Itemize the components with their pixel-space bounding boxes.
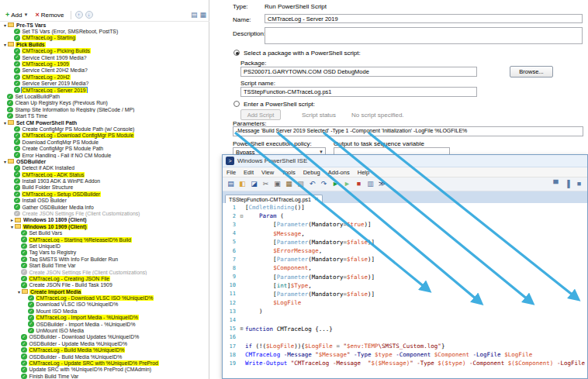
tree-step[interactable]: ✓Download ConfigMgr PS Module [0, 139, 209, 145]
tree-group[interactable]: ▾OSDBuilder [0, 158, 209, 164]
expand-group-icon[interactable]: ▸ [9, 217, 15, 222]
select-package-radio[interactable] [233, 50, 240, 56]
tree-step[interactable]: ✓Mount ISO Media [0, 308, 209, 314]
script-pane-max-icon[interactable]: ■ [574, 179, 584, 189]
copy-icon[interactable]: ▣ [272, 179, 282, 189]
tree-step[interactable]: ✓OSDBuilder - Build Media %UniqueID% [0, 353, 209, 360]
collapse-group-icon[interactable]: ▾ [9, 224, 15, 229]
tree-step[interactable]: ✓CMTraceLog - Creating JSON File [0, 275, 209, 281]
tree-step[interactable]: ✓CMTraceLog - Import Media - %UniqueID% [0, 315, 209, 321]
tree-step[interactable]: ✓CMTraceLog - Server 2019 [0, 87, 209, 93]
tree-step[interactable]: ✓Set UniqueID [0, 243, 209, 249]
tree-step[interactable]: ✓Install OSD Builder [0, 198, 209, 204]
collapse-tree-icon[interactable]: ▦ [199, 11, 206, 19]
tree-group[interactable]: ▾Pre-TS Vars [0, 22, 209, 28]
enter-script-radio[interactable] [233, 101, 240, 107]
package-input[interactable]: PS200071.GARYTOWN.COM OSD DebugMode [240, 67, 477, 77]
collapse-group-icon[interactable]: ▾ [16, 289, 22, 295]
tree-step[interactable]: ✓Error Handling - Fail if NO CM Module [0, 152, 209, 158]
tree-step[interactable]: ✓CMTraceLog - Download ConfigMgr PS Modu… [0, 133, 209, 139]
tree-group[interactable]: ▾Set CM PowerShell Path [0, 119, 209, 126]
tree-step[interactable]: ✓Service Client 20H2 Media? [0, 67, 209, 74]
tree-step[interactable]: ✓CMTraceLog - Download VLSC ISO %UniqueI… [0, 295, 209, 301]
tree-step[interactable]: ✓Install 1903 ADK & WinPE Addon [0, 177, 209, 184]
tree-step[interactable]: ✓Stamp Site Information to Registry (Sit… [0, 106, 209, 112]
tree-step[interactable]: ✓CMTraceLog - ADK Status [0, 171, 209, 177]
tree-step[interactable]: ✓Service Server 2019 Media? [0, 81, 209, 87]
parameters-input[interactable]: -Message 'Build Server 2019 Selected' -T… [233, 126, 583, 136]
tree-step[interactable]: ✓Download VLSC ISO %UniqueID% [0, 301, 209, 308]
tree-step[interactable]: ✓CMTraceLog - Picking Builds [0, 48, 209, 54]
cut-icon[interactable]: ✂ [261, 179, 271, 189]
add-button[interactable]: + Add ▼ [3, 10, 30, 19]
run-script-icon[interactable]: ► [330, 179, 341, 189]
browse-button[interactable]: Browse... [510, 66, 553, 78]
add-script-button[interactable]: Add Script [240, 109, 281, 120]
tree-step[interactable]: ✓CMTraceLog - Update SRC with %UniqueID%… [0, 360, 209, 366]
tree-step[interactable]: ✓Update SRC with %UniqueID% PreProd (CMA… [0, 367, 209, 373]
name-input[interactable]: CMTraceLog - Server 2019 [265, 14, 583, 23]
run-selection-icon[interactable]: ► [342, 179, 352, 189]
expand-tree-icon[interactable]: ▤ [191, 11, 198, 19]
tree-step[interactable]: ✓Set Build Vars [0, 230, 209, 236]
tree-step[interactable]: ✓Tag Vars to Registry [0, 250, 209, 256]
tree-group[interactable]: ▾Pick Builds [0, 41, 209, 47]
tree-step[interactable]: ✓OSDBuilder - Import Media - %UniqueID% [0, 321, 209, 327]
tree-step[interactable]: ✓Create JSON Settings File (Client Custo… [0, 210, 209, 216]
tree-step[interactable]: ✓OSDBuilder - Update Media %UniqueID% [0, 340, 209, 346]
menu-debug[interactable]: Debug [299, 169, 324, 176]
tree-step[interactable]: ✓Clean Up Registry Keys (Previous Run) [0, 100, 209, 106]
menu-edit[interactable]: Edit [240, 169, 258, 176]
tree-step[interactable]: ✓CMTraceLog - Starting [0, 35, 209, 41]
menu-help[interactable]: Help [354, 169, 373, 176]
collapse-group-icon[interactable]: ▾ [2, 120, 8, 126]
paste-icon[interactable]: ▦ [284, 179, 294, 189]
tree-step[interactable]: ✓Set LocalBuildPath [0, 93, 209, 99]
undo-icon[interactable]: ↶ [307, 179, 317, 189]
collapse-group-icon[interactable]: ▾ [2, 42, 8, 47]
tree-step[interactable]: ✓Start TS Time [0, 112, 209, 119]
tree-step[interactable]: ✓Finish Build Time Var [0, 373, 209, 379]
redo-icon[interactable]: ↷ [319, 179, 329, 189]
ise-titlebar[interactable]: > Windows PowerShell ISE [223, 155, 587, 167]
menu-view[interactable]: View [258, 169, 278, 176]
tree-group[interactable]: ▸Windows 10 1809 (Client) [0, 217, 209, 223]
description-input[interactable] [265, 27, 583, 44]
stop-icon[interactable]: ■ [354, 179, 364, 189]
code-fold-icon[interactable]: ⊞ [238, 326, 245, 332]
tree-step[interactable]: ✓Gather OSDBuilder Media Info [0, 204, 209, 210]
menu-file[interactable]: File [223, 169, 240, 176]
script-tab[interactable]: TSStepFunction-CMTraceLog.ps1 ✕ [225, 195, 323, 203]
tree-step[interactable]: ✓Service Client 1909 Media? [0, 54, 209, 60]
move-down-icon[interactable]: ↓ [85, 11, 93, 19]
tree-step[interactable]: ✓Create JSON File - Build Task 1909 [0, 282, 209, 288]
tree-step[interactable]: ✓CMTraceLog - 20H2 [0, 74, 209, 80]
tree-step[interactable]: ✓Create ConfigMgr PS Module Path [0, 145, 209, 151]
tree-step[interactable]: ✓Set TS Vars (Error, SMSReboot, PostTS) [0, 28, 209, 34]
tree-step[interactable]: ✓CMTraceLog - Build Media %UniqueID% [0, 347, 209, 353]
script-pane-top-icon[interactable]: ▀ [551, 179, 561, 189]
remove-button[interactable]: × Remove [33, 10, 66, 19]
tree-group[interactable]: ▾Windows 10 1909 (Client) [0, 223, 209, 229]
save-icon[interactable]: ◪ [249, 179, 259, 189]
tree-group[interactable]: ▾Create Import Media [0, 288, 209, 295]
tree-step[interactable]: ✓CMTraceLog - Setup OSDBuilder [0, 191, 209, 197]
remote-tab-icon[interactable]: ▥ [365, 179, 375, 189]
move-up-icon[interactable]: ↑ [75, 11, 83, 19]
tree-step[interactable]: ✓CMTraceLog - Starting %ReleaseID% Build [0, 236, 209, 243]
tree-step[interactable]: ✓Build Folder Structure [0, 184, 209, 191]
tab-close-icon[interactable]: ✕ [314, 196, 319, 202]
new-script-icon[interactable]: ▤ [226, 179, 236, 189]
tree-step[interactable]: ✓Detect if ADK Installed [0, 165, 209, 171]
tree-step[interactable]: ✓OSDBuilder - Download Updates %UniqueID… [0, 334, 209, 340]
script-editor[interactable]: 1[CmdletBinding()]2⊟ Param (3 [Parameter… [223, 203, 587, 378]
code-fold-icon[interactable]: ⊟ [238, 213, 245, 219]
tree-step[interactable]: ✓Create JSON Settings File (Client Custo… [0, 269, 209, 275]
script-name-input[interactable]: TSStepFunction-CMTraceLog.ps1 [240, 87, 477, 97]
tree-step[interactable]: ✓Tag SMSTS With Info For Builder Run [0, 256, 209, 262]
menu-addons[interactable]: Add-ons [324, 169, 354, 176]
tree-step[interactable]: ✓Start Build Time Var [0, 262, 209, 268]
collapse-group-icon[interactable]: ▾ [2, 22, 8, 28]
tree-step[interactable]: ✓Create ConfigMgr PS Module Path (w/ Con… [0, 126, 209, 132]
tree-step[interactable]: ✓CMTraceLog - 1909 [0, 60, 209, 67]
